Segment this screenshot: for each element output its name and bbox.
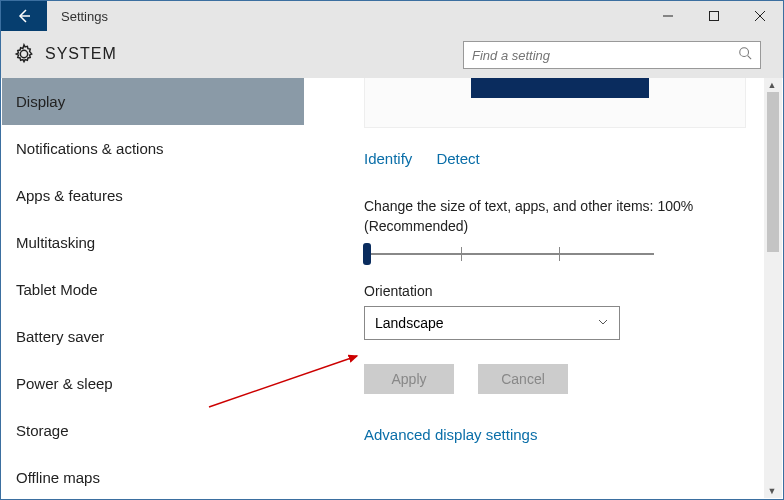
sidebar-item-label: Notifications & actions <box>16 140 164 157</box>
slider-tick <box>461 247 462 261</box>
sidebar-item-notifications[interactable]: Notifications & actions <box>2 125 304 172</box>
scroll-thumb[interactable] <box>767 92 779 252</box>
scrollbar[interactable]: ▲ ▼ <box>764 78 782 498</box>
sidebar-item-label: Display <box>16 93 65 110</box>
titlebar: Settings <box>1 1 783 31</box>
sidebar-item-label: Multitasking <box>16 234 95 251</box>
identify-link[interactable]: Identify <box>364 150 412 167</box>
orientation-label: Orientation <box>364 283 432 299</box>
slider-track <box>364 253 654 255</box>
scroll-up-icon[interactable]: ▲ <box>765 78 779 92</box>
section-label: SYSTEM <box>13 43 117 65</box>
slider-thumb[interactable] <box>363 243 371 265</box>
back-arrow-icon <box>16 8 32 24</box>
sidebar-item-label: Tablet Mode <box>16 281 98 298</box>
minimize-button[interactable] <box>645 1 691 31</box>
content-pane: Identify Detect Change the size of text,… <box>304 78 782 498</box>
orientation-select[interactable]: Landscape <box>364 306 620 340</box>
cancel-button[interactable]: Cancel <box>478 364 568 394</box>
display-action-links: Identify Detect <box>364 150 480 167</box>
search-box[interactable] <box>463 41 761 69</box>
sidebar-item-display[interactable]: Display <box>2 78 304 125</box>
scale-label: Change the size of text, apps, and other… <box>364 196 742 236</box>
sidebar-item-label: Power & sleep <box>16 375 113 392</box>
window-title: Settings <box>47 1 645 31</box>
sidebar-item-battery-saver[interactable]: Battery saver <box>2 313 304 360</box>
back-button[interactable] <box>1 1 47 31</box>
sidebar-item-label: Offline maps <box>16 469 100 486</box>
detect-link[interactable]: Detect <box>436 150 479 167</box>
sidebar-item-label: Battery saver <box>16 328 104 345</box>
search-icon <box>738 46 752 64</box>
close-button[interactable] <box>737 1 783 31</box>
svg-point-4 <box>740 48 749 57</box>
monitor-preview[interactable] <box>471 78 649 98</box>
sidebar-item-label: Storage <box>16 422 69 439</box>
search-input[interactable] <box>472 48 738 63</box>
window-controls <box>645 1 783 31</box>
sidebar-item-offline-maps[interactable]: Offline maps <box>2 454 304 500</box>
scale-slider[interactable] <box>364 246 654 266</box>
sidebar-item-tablet-mode[interactable]: Tablet Mode <box>2 266 304 313</box>
sidebar-item-multitasking[interactable]: Multitasking <box>2 219 304 266</box>
svg-line-5 <box>748 56 752 60</box>
sidebar-item-storage[interactable]: Storage <box>2 407 304 454</box>
svg-rect-1 <box>710 12 719 21</box>
advanced-display-settings-link[interactable]: Advanced display settings <box>364 426 537 443</box>
gear-icon <box>13 43 35 65</box>
chevron-down-icon <box>597 315 609 331</box>
sub-header: SYSTEM <box>1 31 783 78</box>
apply-button[interactable]: Apply <box>364 364 454 394</box>
sidebar-item-apps[interactable]: Apps & features <box>2 172 304 219</box>
orientation-value: Landscape <box>375 315 444 331</box>
sidebar: Display Notifications & actions Apps & f… <box>2 78 304 498</box>
maximize-button[interactable] <box>691 1 737 31</box>
section-title: SYSTEM <box>45 45 117 63</box>
sidebar-item-power-sleep[interactable]: Power & sleep <box>2 360 304 407</box>
monitor-preview-area <box>364 78 746 128</box>
sidebar-item-label: Apps & features <box>16 187 123 204</box>
apply-cancel-row: Apply Cancel <box>364 364 568 394</box>
scroll-down-icon[interactable]: ▼ <box>765 484 779 498</box>
slider-tick <box>559 247 560 261</box>
